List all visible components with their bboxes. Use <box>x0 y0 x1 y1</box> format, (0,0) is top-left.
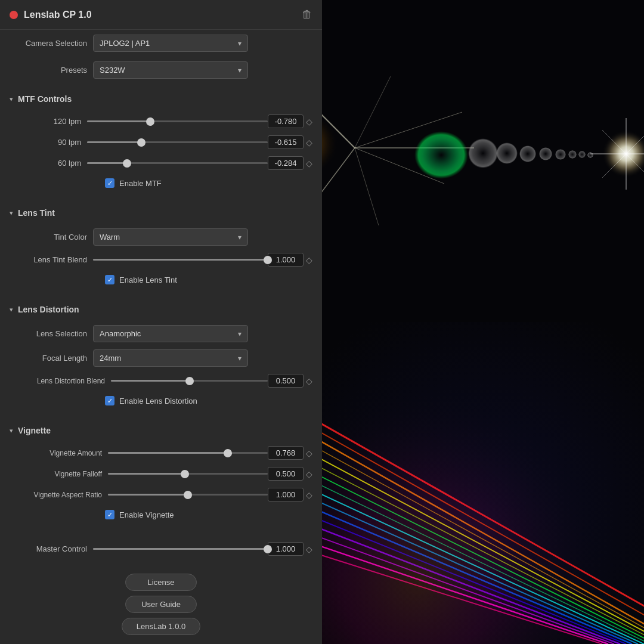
lens-tint-blend-thumb[interactable] <box>264 256 272 264</box>
lpm90-slider[interactable] <box>87 141 268 143</box>
vignette-section-header[interactable]: ▾ Vignette <box>0 420 322 438</box>
lpm120-value[interactable]: -0.780 <box>268 114 304 128</box>
vignette-aspect-fill <box>108 494 188 496</box>
vignette-amount-slider[interactable] <box>108 452 268 454</box>
vignette-amount-diamond-icon[interactable]: ◇ <box>306 448 312 458</box>
lens-tint-chevron-icon: ▾ <box>10 209 13 217</box>
lpm120-track <box>87 120 268 122</box>
lens-tint-blend-fill <box>93 259 268 261</box>
lens-tint-blend-slider[interactable] <box>93 259 268 261</box>
lpm90-diamond-icon[interactable]: ◇ <box>306 138 312 147</box>
enable-vignette-checkbox[interactable]: ✓ <box>105 510 114 519</box>
lens-selection-dropdown[interactable]: Anamorphic ▾ <box>93 325 248 342</box>
lpm60-track <box>87 162 268 164</box>
lpm60-slider[interactable] <box>87 162 268 164</box>
bottom-buttons: License User Guide LensLab 1.0.0 <box>0 564 322 644</box>
vignette-falloff-thumb[interactable] <box>181 470 189 478</box>
lpm90-value[interactable]: -0.615 <box>268 135 304 149</box>
right-panel <box>322 0 644 644</box>
lpm60-label: 60 lpm <box>10 159 81 168</box>
lens-selection-arrow: ▾ <box>238 330 242 338</box>
enable-mtf-checkbox[interactable]: ✓ <box>105 178 114 188</box>
lens-distortion-section-body: Lens Selection Anamorphic ▾ Focal Length… <box>0 317 322 415</box>
camera-selection-dropdown[interactable]: JPLOG2 | AP1 ▾ <box>93 35 248 52</box>
enable-mtf-label: Enable MTF <box>119 179 162 188</box>
vignette-amount-label: Vignette Amount <box>10 449 102 457</box>
focal-length-dropdown[interactable]: 24mm ▾ <box>93 349 248 367</box>
lpm120-row: 120 lpm -0.780 ◇ <box>10 111 312 132</box>
vignette-falloff-label: Vignette Falloff <box>10 470 102 478</box>
lens-distortion-blend-value[interactable]: 0.500 <box>268 374 304 388</box>
lens-tint-blend-diamond-icon[interactable]: ◇ <box>306 255 312 265</box>
vignette-aspect-track <box>108 494 268 496</box>
lpm90-thumb[interactable] <box>137 138 145 147</box>
lpm120-control: -0.780 ◇ <box>87 114 312 128</box>
vignette-aspect-thumb[interactable] <box>184 491 192 499</box>
mtf-section-header[interactable]: ▾ MTF Controls <box>0 88 322 106</box>
vignette-section-body: Vignette Amount 0.768 ◇ Vignette Falloff <box>0 438 322 529</box>
vignette-falloff-row: Vignette Falloff 0.500 ◇ <box>10 463 312 484</box>
vignette-falloff-fill <box>108 473 185 475</box>
tint-color-arrow: ▾ <box>238 233 242 242</box>
lpm60-thumb[interactable] <box>123 159 131 168</box>
lpm90-label: 90 lpm <box>10 138 81 147</box>
vignette-amount-fill <box>108 452 228 454</box>
vignette-falloff-slider[interactable] <box>108 473 268 475</box>
mtf-section-body: 120 lpm -0.780 ◇ 90 lpm <box>0 106 322 197</box>
trash-icon[interactable]: 🗑 <box>302 8 312 21</box>
lpm120-label: 120 lpm <box>10 117 81 126</box>
vignette-aspect-value[interactable]: 1.000 <box>268 488 304 501</box>
presets-value: S232W <box>100 66 125 75</box>
enable-lens-distortion-checkbox[interactable]: ✓ <box>105 396 114 405</box>
lpm60-diamond-icon[interactable]: ◇ <box>306 159 312 168</box>
vignette-aspect-diamond-icon[interactable]: ◇ <box>306 490 312 500</box>
lens-distortion-blend-thumb[interactable] <box>185 377 194 385</box>
master-control-diamond-icon[interactable]: ◇ <box>306 544 312 554</box>
tint-color-label: Tint Color <box>10 233 87 242</box>
enable-lens-tint-row: ✓ Enable Lens Tint <box>10 270 312 289</box>
tint-color-dropdown[interactable]: Warm ▾ <box>93 228 248 246</box>
master-control-track <box>93 548 268 550</box>
enable-lens-distortion-label: Enable Lens Distortion <box>119 397 197 405</box>
user-guide-button[interactable]: User Guide <box>125 596 197 613</box>
lpm120-diamond-icon[interactable]: ◇ <box>306 117 312 126</box>
lens-tint-blend-label: Lens Tint Blend <box>10 255 87 264</box>
presets-row: Presets S232W ▾ <box>0 57 322 83</box>
focal-length-row: Focal Length 24mm ▾ <box>10 346 312 370</box>
svg-point-13 <box>539 147 552 160</box>
master-control-slider[interactable] <box>93 548 268 550</box>
lpm120-slider[interactable] <box>87 120 268 122</box>
vignette-amount-value[interactable]: 0.768 <box>268 446 304 460</box>
svg-point-16 <box>578 151 586 158</box>
left-panel: Lenslab CP 1.0 🗑 Camera Selection JPLOG2… <box>0 0 322 644</box>
lens-tint-section-header[interactable]: ▾ Lens Tint <box>0 202 322 220</box>
lens-tint-blend-row: Lens Tint Blend 1.000 ◇ <box>10 249 312 270</box>
master-control-value[interactable]: 1.000 <box>268 542 304 556</box>
tint-color-row: Tint Color Warm ▾ <box>10 225 312 249</box>
enable-mtf-row: ✓ Enable MTF <box>10 174 312 193</box>
presets-label: Presets <box>10 66 87 75</box>
vignette-falloff-value[interactable]: 0.500 <box>268 467 304 481</box>
vignette-amount-thumb[interactable] <box>224 449 232 457</box>
license-button[interactable]: License <box>125 574 197 591</box>
vignette-falloff-diamond-icon[interactable]: ◇ <box>306 469 312 479</box>
lens-tint-section-body: Tint Color Warm ▾ Lens Tint Blend 1.000 <box>0 220 322 294</box>
vignette-section-title: Vignette <box>18 426 51 435</box>
presets-dropdown[interactable]: S232W ▾ <box>93 61 248 79</box>
enable-lens-tint-checkbox[interactable]: ✓ <box>105 275 114 284</box>
lens-distortion-blend-control: 0.500 ◇ <box>111 374 312 388</box>
vignette-aspect-slider[interactable] <box>108 494 268 496</box>
master-control-label: Master Control <box>10 544 87 553</box>
master-control-thumb[interactable] <box>264 545 272 553</box>
lens-distortion-section-header[interactable]: ▾ Lens Distortion <box>0 299 322 317</box>
lens-tint-blend-value[interactable]: 1.000 <box>268 253 304 267</box>
focal-length-control: 24mm ▾ <box>93 349 312 367</box>
lpm60-value[interactable]: -0.284 <box>268 156 304 170</box>
lenslab-version-button[interactable]: LensLab 1.0.0 <box>122 618 200 635</box>
red-dot-icon[interactable] <box>10 11 18 19</box>
lens-distortion-blend-slider[interactable] <box>111 380 268 382</box>
vignette-falloff-control: 0.500 ◇ <box>108 467 312 481</box>
lpm120-thumb[interactable] <box>146 117 154 126</box>
enable-lens-tint-checkmark: ✓ <box>107 276 113 284</box>
lens-distortion-blend-diamond-icon[interactable]: ◇ <box>306 376 312 386</box>
